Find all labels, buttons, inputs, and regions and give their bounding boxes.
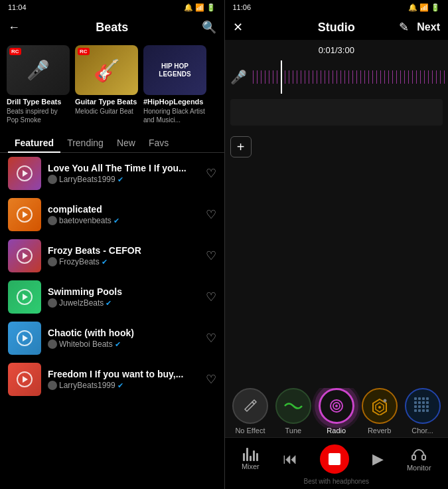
artist-avatar: [48, 340, 57, 349]
verified-icon: ✔: [106, 299, 112, 308]
track-info-2: complicated baetovenbeats ✔: [48, 204, 199, 225]
right-status-bar: 11:06 🔔 📶 🔋: [225, 0, 449, 15]
playhead[interactable]: [281, 60, 282, 94]
verified-icon: ✔: [117, 381, 123, 390]
hiphop-text: HIP HOPLEGENDS: [159, 62, 190, 78]
svg-rect-7: [414, 397, 417, 400]
effect-tune[interactable]: Tune: [273, 388, 313, 435]
heart-button[interactable]: ♡: [206, 331, 216, 345]
effect-no-effect[interactable]: No Effect: [230, 388, 270, 435]
play-button[interactable]: ▶: [372, 450, 384, 468]
beat-card-drill[interactable]: RC 🎤 Drill Type Beats Beats inspired by …: [7, 45, 70, 124]
verified-icon: ✔: [102, 258, 108, 266]
beat-title-drill: Drill Type Beats: [7, 98, 70, 106]
svg-rect-20: [418, 409, 421, 412]
search-button[interactable]: 🔍: [202, 20, 216, 35]
radio-circle: [319, 388, 354, 424]
empty-track: [230, 99, 443, 126]
svg-rect-19: [414, 409, 417, 412]
verified-icon: ✔: [117, 175, 123, 184]
effect-radio[interactable]: Radio: [317, 388, 356, 435]
track-artist: LarryBeats1999 ✔: [48, 175, 199, 184]
beat-card-hiphop[interactable]: HIP HOPLEGENDS #HipHopLegends Honoring B…: [143, 45, 206, 124]
svg-rect-21: [422, 409, 425, 412]
track-item[interactable]: complicated baetovenbeats ✔ ♡: [0, 194, 224, 235]
artist-name: LarryBeats1999: [59, 381, 115, 390]
edit-button[interactable]: ✎: [399, 20, 409, 35]
track-thumb-5: [8, 322, 41, 355]
verified-icon: ✔: [115, 340, 121, 349]
svg-rect-12: [418, 401, 421, 404]
svg-rect-10: [426, 397, 429, 400]
track-name: Swimming Pools: [48, 286, 199, 297]
artist-avatar: [48, 298, 57, 308]
back-button[interactable]: ←: [8, 21, 20, 35]
tab-favs[interactable]: Favs: [142, 132, 175, 152]
play-circle: [17, 248, 33, 264]
track-item[interactable]: Freedom I If you want to buy,... LarryBe…: [0, 359, 224, 400]
tab-trending[interactable]: Trending: [60, 132, 110, 152]
add-track-button[interactable]: +: [230, 136, 252, 157]
tabs-bar: Featured Trending New Favs: [0, 132, 224, 153]
track-artist: FrozyBeats ✔: [48, 257, 199, 266]
track-item[interactable]: Chaotic (with hook) Whiteboi Beats ✔ ♡: [0, 318, 224, 359]
timeline-area: 0:01/3:00 🎤 +: [225, 40, 449, 383]
chorus-circle: [405, 388, 441, 424]
reverb-label: Reverb: [368, 427, 391, 435]
close-button[interactable]: ✕: [233, 20, 243, 35]
stop-button[interactable]: [320, 444, 349, 474]
heart-button[interactable]: ♡: [206, 248, 216, 263]
track-thumb-4: [8, 280, 41, 314]
heart-button[interactable]: ♡: [206, 372, 216, 387]
svg-rect-14: [426, 401, 429, 404]
heart-button[interactable]: ♡: [206, 290, 216, 304]
track-thumb-2: [8, 198, 41, 231]
track-list: Love You All The Time I If you... LarryB…: [0, 153, 224, 489]
svg-rect-23: [412, 455, 415, 460]
rewind-button[interactable]: ⏮: [283, 450, 297, 468]
next-button[interactable]: Next: [417, 21, 440, 33]
no-effect-label: No Effect: [235, 427, 265, 435]
play-circle: [17, 371, 33, 387]
svg-rect-24: [422, 455, 425, 460]
artist-avatar: [48, 175, 57, 184]
track-info-4: Swimming Pools JuwelzBeats ✔: [48, 286, 199, 308]
artist-name: baetovenbeats: [59, 216, 112, 225]
track-item[interactable]: Frozy Beats - CEFOR FrozyBeats ✔ ♡: [0, 235, 224, 276]
effect-reverb[interactable]: Reverb: [360, 388, 400, 435]
monitor-button[interactable]: Monitor: [407, 446, 431, 472]
track-name: Freedom I If you want to buy,...: [48, 369, 199, 379]
play-circle: [17, 289, 33, 305]
heart-button[interactable]: ♡: [206, 166, 216, 181]
mic-icon: 🎤: [230, 69, 247, 85]
track-name: Love You All The Time I If you...: [48, 163, 199, 173]
svg-rect-22: [426, 409, 429, 412]
mixer-button[interactable]: Mixer: [242, 448, 260, 470]
left-panel: 11:04 🔔 📶 🔋 ← Beats 🔍 RC 🎤 Drill Type Be…: [0, 0, 224, 489]
beat-categories: RC 🎤 Drill Type Beats Beats inspired by …: [0, 40, 224, 130]
right-header-actions: ✎ Next: [399, 20, 440, 35]
heart-button[interactable]: ♡: [206, 207, 216, 222]
beat-card-guitar[interactable]: RC 🎸 Guitar Type Beats Melodic Guitar Be…: [75, 45, 138, 124]
track-name: Chaotic (with hook): [48, 328, 199, 338]
mixer-bars-icon: [243, 448, 258, 461]
tune-circle: [275, 388, 311, 424]
beat-thumb-guitar: RC 🎸: [75, 45, 138, 95]
track-info-3: Frozy Beats - CEFOR FrozyBeats ✔: [48, 245, 199, 266]
track-item[interactable]: Swimming Pools JuwelzBeats ✔ ♡: [0, 276, 224, 318]
artist-avatar: [48, 216, 57, 225]
tab-featured[interactable]: Featured: [8, 132, 60, 152]
transport-row: Mixer ⏮ ▶ Monitor: [230, 442, 443, 476]
track-item[interactable]: Love You All The Time I If you... LarryB…: [0, 153, 224, 194]
time-display: 0:01/3:00: [225, 40, 449, 60]
right-status-icons: 🔔 📶 🔋: [408, 3, 440, 12]
beat-desc-guitar: Melodic Guitar Beat: [75, 107, 138, 116]
tab-new[interactable]: New: [110, 132, 142, 152]
svg-rect-13: [422, 401, 425, 404]
effect-chorus[interactable]: Chor...: [403, 388, 443, 435]
studio-title: Studio: [318, 21, 355, 35]
beat-desc-hiphop: Honoring Black Artist and Musici...: [143, 107, 206, 124]
left-time: 11:04: [8, 3, 27, 11]
effects-scroll: No Effect Tune Radio: [225, 388, 449, 435]
best-headphones-text: Best with headphones: [230, 476, 443, 485]
